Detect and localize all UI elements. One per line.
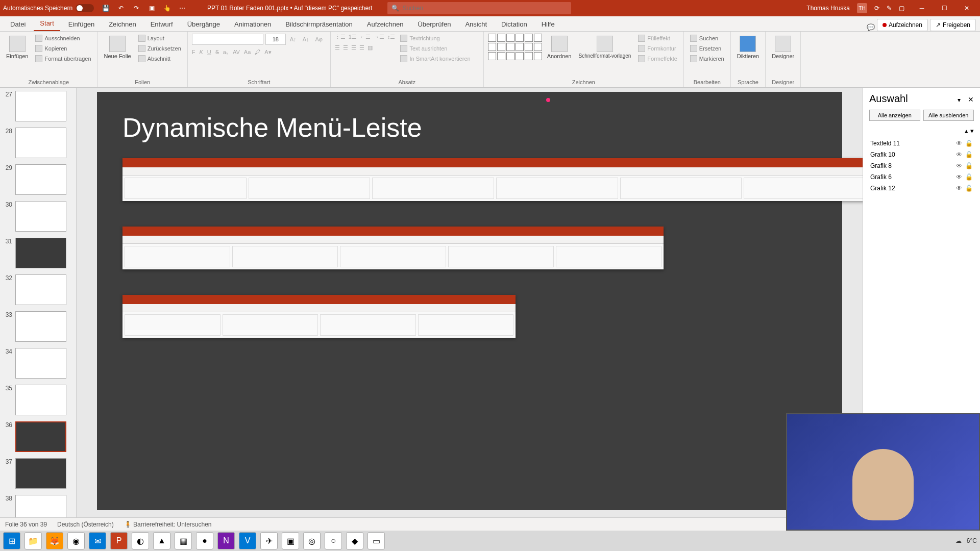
taskbar-powerpoint-icon[interactable]: P: [110, 532, 128, 549]
dictate-button[interactable]: Diktieren: [735, 34, 761, 61]
current-slide[interactable]: Dynamische Menü-Leiste: [97, 92, 842, 510]
thumbnail-row[interactable]: 36: [0, 418, 76, 455]
taskbar-vscode-icon[interactable]: V: [239, 532, 256, 549]
taskbar-onenote-icon[interactable]: N: [217, 532, 235, 549]
sync-icon[interactable]: ⟳: [874, 5, 879, 12]
tab-ansicht[interactable]: Ansicht: [459, 17, 493, 31]
comments-icon[interactable]: 💬: [867, 23, 875, 31]
thumbnail-image[interactable]: [15, 385, 66, 415]
thumbnail-row[interactable]: 33: [0, 308, 76, 345]
line-spacing-button[interactable]: ↕☰: [387, 34, 396, 40]
thumbnail-image[interactable]: [15, 458, 66, 489]
search-box[interactable]: 🔍: [387, 2, 571, 14]
columns-button[interactable]: ▥: [368, 44, 373, 51]
lock-icon[interactable]: 🔓: [965, 173, 973, 181]
underline-button[interactable]: U: [207, 49, 211, 56]
thumbnail-image[interactable]: [15, 91, 66, 121]
reset-button[interactable]: Zurücksetzen: [136, 44, 183, 53]
highlight-button[interactable]: 🖍: [255, 49, 260, 56]
lock-icon[interactable]: 🔓: [965, 185, 973, 192]
visibility-icon[interactable]: 👁: [956, 162, 962, 169]
lock-icon[interactable]: 🔓: [965, 162, 973, 169]
lock-icon[interactable]: 🔓: [965, 140, 973, 147]
visibility-icon[interactable]: 👁: [956, 185, 962, 192]
taskbar-app3-icon[interactable]: ●: [196, 532, 213, 549]
taskbar-app-icon[interactable]: ◐: [132, 532, 149, 549]
section-button[interactable]: Abschnitt: [136, 54, 183, 63]
document-title[interactable]: PPT 01 Roter Faden 001.pptx • Auf "diese…: [207, 5, 372, 12]
arrange-button[interactable]: Anordnen: [545, 34, 574, 61]
format-painter-button[interactable]: Format übertragen: [33, 54, 93, 63]
shape-fill-button[interactable]: Fülleffekt: [636, 34, 679, 43]
cut-button[interactable]: Ausschneiden: [33, 34, 93, 43]
pane-dropdown-icon[interactable]: ▾: [958, 96, 961, 104]
spacing-button[interactable]: AV: [233, 49, 240, 56]
designer-button[interactable]: Designer: [770, 34, 796, 61]
indent-right-button[interactable]: →☰: [374, 34, 384, 40]
thumbnail-image[interactable]: [15, 495, 66, 517]
taskbar-app2-icon[interactable]: ▦: [175, 532, 192, 549]
taskbar-app6-icon[interactable]: ◆: [346, 532, 363, 549]
font-color-button[interactable]: A▾: [264, 49, 271, 56]
tab-aufzeichnen[interactable]: Aufzeichnen: [361, 17, 410, 31]
save-icon[interactable]: 💾: [101, 4, 110, 13]
slide-thumbnails-panel[interactable]: 27282930313233343536373839: [0, 88, 77, 517]
thumbnail-row[interactable]: 31: [0, 235, 76, 271]
undo-icon[interactable]: ↶: [116, 4, 126, 13]
move-up-icon[interactable]: ▴: [965, 127, 968, 135]
thumbnail-row[interactable]: 35: [0, 382, 76, 418]
shadow-button[interactable]: aᵥ: [223, 49, 229, 56]
toggle-switch[interactable]: [76, 4, 94, 12]
autosave-toggle[interactable]: Automatisches Speichern: [3, 4, 94, 12]
selection-item[interactable]: Textfeld 11👁🔓: [869, 138, 974, 149]
tab-einfuegen[interactable]: Einfügen: [62, 17, 101, 31]
find-button[interactable]: Suchen: [688, 34, 726, 43]
shapes-gallery[interactable]: [488, 34, 542, 60]
replace-button[interactable]: Ersetzen: [688, 44, 726, 53]
taskbar-vlc-icon[interactable]: ▲: [153, 532, 170, 549]
tab-datei[interactable]: Datei: [4, 17, 32, 31]
minimize-button[interactable]: ─: [912, 2, 932, 14]
thumbnail-image[interactable]: [15, 348, 66, 379]
slide-counter[interactable]: Folie 36 von 39: [5, 521, 47, 528]
clear-format-icon[interactable]: Aφ: [313, 34, 324, 45]
selection-item[interactable]: Grafik 10👁🔓: [869, 149, 974, 160]
thumbnail-row[interactable]: 32: [0, 271, 76, 308]
indent-left-button[interactable]: ←☰: [360, 34, 371, 40]
quick-styles-button[interactable]: Schnellformat-vorlagen: [577, 34, 633, 61]
thumbnail-row[interactable]: 37: [0, 455, 76, 492]
justify-button[interactable]: ☰: [359, 44, 364, 51]
lock-icon[interactable]: 🔓: [965, 151, 973, 158]
search-input[interactable]: [402, 5, 567, 12]
selection-item[interactable]: Grafik 8👁🔓: [869, 160, 974, 171]
system-tray[interactable]: ☁ 6°C: [955, 537, 977, 544]
increase-font-icon[interactable]: A↑: [288, 34, 299, 45]
align-left-button[interactable]: ☰: [335, 44, 340, 51]
tab-bildschirmpraesentation[interactable]: Bildschirmpräsentation: [279, 17, 359, 31]
tab-entwurf[interactable]: Entwurf: [144, 17, 179, 31]
thumbnail-image[interactable]: [15, 421, 66, 452]
language-indicator[interactable]: Deutsch (Österreich): [57, 521, 114, 528]
redo-icon[interactable]: ↷: [132, 4, 141, 13]
shape-effects-button[interactable]: Formeffekte: [636, 54, 679, 63]
align-center-button[interactable]: ☰: [343, 44, 348, 51]
show-all-button[interactable]: Alle anzeigen: [869, 110, 920, 121]
visibility-icon[interactable]: 👁: [956, 140, 962, 147]
taskbar-obs-icon[interactable]: ◎: [303, 532, 321, 549]
thumbnail-image[interactable]: [15, 311, 66, 342]
font-family-dropdown[interactable]: [192, 34, 263, 45]
italic-button[interactable]: K: [200, 49, 203, 56]
thumbnail-row[interactable]: 27: [0, 88, 76, 124]
record-button[interactable]: Aufzeichnen: [877, 19, 928, 31]
tab-animationen[interactable]: Animationen: [228, 17, 277, 31]
numbering-button[interactable]: 1☰: [349, 34, 357, 40]
selection-item[interactable]: Grafik 12👁🔓: [869, 183, 974, 194]
thumbnail-image[interactable]: [15, 128, 66, 158]
hide-all-button[interactable]: Alle ausblenden: [923, 110, 974, 121]
slide-canvas[interactable]: Dynamische Menü-Leiste: [77, 88, 863, 517]
selection-item[interactable]: Grafik 6👁🔓: [869, 171, 974, 183]
font-size-dropdown[interactable]: 18: [265, 34, 286, 45]
smartart-button[interactable]: In SmartArt konvertieren: [398, 54, 472, 63]
taskbar-telegram-icon[interactable]: ✈: [260, 532, 278, 549]
taskbar-app5-icon[interactable]: ○: [325, 532, 342, 549]
